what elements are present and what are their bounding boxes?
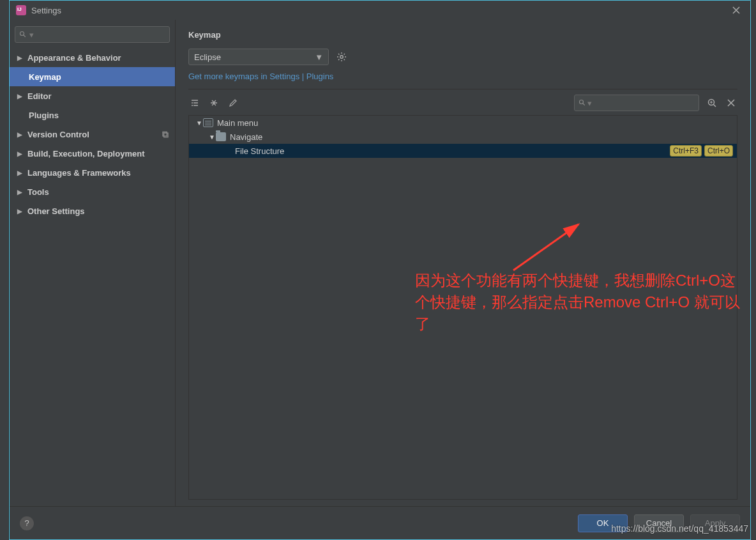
sidebar-item-label: Other Settings bbox=[27, 206, 85, 216]
sidebar-item-appearance[interactable]: ▶Appearance & Behavior bbox=[10, 48, 175, 67]
project-badge-icon: ⧉ bbox=[162, 129, 169, 140]
window-title: Settings bbox=[31, 6, 729, 15]
folder-icon bbox=[216, 132, 226, 141]
svg-point-2 bbox=[580, 100, 584, 104]
sidebar-item-languages[interactable]: ▶Languages & Frameworks bbox=[10, 163, 175, 182]
shortcut-badge: Ctrl+O bbox=[704, 145, 733, 157]
action-search-input[interactable]: ▾ bbox=[574, 95, 699, 111]
tree-label: File Structure bbox=[235, 146, 284, 156]
chevron-right-icon: ▶ bbox=[17, 189, 24, 196]
find-by-shortcut-icon[interactable] bbox=[706, 96, 718, 109]
app-icon bbox=[16, 5, 26, 15]
sidebar-item-version-control[interactable]: ▶Version Control⧉ bbox=[10, 125, 175, 144]
sidebar-item-build[interactable]: ▶Build, Execution, Deployment bbox=[10, 144, 175, 163]
sidebar-item-other[interactable]: ▶Other Settings bbox=[10, 201, 175, 220]
help-button[interactable]: ? bbox=[20, 516, 34, 530]
cancel-button[interactable]: Cancel bbox=[634, 514, 684, 532]
tree-row-file-structure[interactable]: File Structure Ctrl+F3 Ctrl+O bbox=[189, 144, 737, 158]
collapse-all-icon[interactable] bbox=[208, 96, 220, 109]
keymap-toolbar: ▾ bbox=[188, 95, 737, 111]
menu-icon bbox=[203, 118, 213, 127]
sidebar-item-label: Build, Execution, Deployment bbox=[27, 149, 144, 158]
sidebar-item-keymap[interactable]: Keymap bbox=[10, 67, 175, 86]
apply-button: Apply bbox=[690, 514, 740, 532]
close-icon[interactable] bbox=[729, 3, 744, 18]
ide-left-gutter bbox=[0, 0, 9, 540]
ok-button[interactable]: OK bbox=[578, 514, 628, 532]
page-title: Keymap bbox=[188, 30, 737, 40]
tree-label: Main menu bbox=[217, 118, 258, 128]
ide-right-gutter bbox=[751, 0, 756, 540]
chevron-right-icon: ▶ bbox=[17, 131, 24, 138]
sidebar-item-label: Languages & Frameworks bbox=[27, 168, 131, 178]
chevron-right-icon: ▶ bbox=[17, 54, 24, 61]
shortcut-badge: Ctrl+F3 bbox=[670, 145, 702, 157]
chevron-down-icon: ▼ bbox=[195, 120, 203, 127]
sidebar-search-input[interactable]: ▾ bbox=[15, 26, 170, 43]
settings-sidebar: ▾ ▶Appearance & Behavior Keymap ▶Editor … bbox=[10, 20, 176, 506]
titlebar: Settings bbox=[10, 1, 750, 20]
chevron-right-icon: ▶ bbox=[17, 93, 24, 100]
sidebar-item-label: Appearance & Behavior bbox=[27, 53, 121, 63]
chevron-right-icon: ▶ bbox=[17, 208, 24, 215]
tree-row-navigate[interactable]: ▼ Navigate bbox=[189, 130, 737, 144]
shortcut-badges: Ctrl+F3 Ctrl+O bbox=[670, 145, 733, 157]
tree-row-main-menu[interactable]: ▼ Main menu bbox=[189, 116, 737, 130]
action-tree: ▼ Main menu ▼ Navigate File Structure Ct… bbox=[188, 115, 737, 500]
tree-label: Navigate bbox=[230, 132, 262, 142]
chevron-down-icon: ▼ bbox=[208, 134, 216, 141]
dialog-footer: ? OK Cancel Apply bbox=[10, 506, 750, 539]
expand-all-icon[interactable] bbox=[188, 96, 201, 109]
divider bbox=[188, 89, 737, 89]
search-caret: ▾ bbox=[29, 30, 34, 40]
chevron-down-icon: ▼ bbox=[315, 52, 323, 62]
sidebar-item-editor[interactable]: ▶Editor bbox=[10, 86, 175, 105]
main-panel: Keymap Eclipse ▼ Get more keymaps in Set… bbox=[176, 20, 750, 506]
sidebar-item-label: Plugins bbox=[29, 111, 59, 120]
chevron-right-icon: ▶ bbox=[17, 150, 24, 157]
sidebar-item-label: Editor bbox=[27, 91, 52, 101]
sidebar-item-label: Tools bbox=[27, 187, 49, 197]
edit-icon[interactable] bbox=[227, 96, 239, 109]
chevron-right-icon: ▶ bbox=[17, 169, 24, 176]
svg-point-0 bbox=[20, 32, 24, 36]
settings-dialog: Settings ▾ ▶Appearance & Behavior Keymap… bbox=[9, 0, 751, 540]
gear-icon[interactable] bbox=[335, 50, 348, 63]
sidebar-item-plugins[interactable]: Plugins bbox=[10, 105, 175, 125]
dropdown-value: Eclipse bbox=[194, 52, 221, 62]
sidebar-tree: ▶Appearance & Behavior Keymap ▶Editor Pl… bbox=[10, 48, 175, 506]
clear-search-icon[interactable] bbox=[725, 96, 737, 109]
sidebar-item-label: Version Control bbox=[27, 130, 89, 139]
sidebar-item-label: Keymap bbox=[29, 72, 61, 82]
more-keymaps-link[interactable]: Get more keymaps in Settings | Plugins bbox=[188, 72, 737, 81]
keymap-dropdown[interactable]: Eclipse ▼ bbox=[188, 49, 329, 65]
sidebar-item-tools[interactable]: ▶Tools bbox=[10, 182, 175, 201]
svg-point-1 bbox=[340, 56, 343, 58]
